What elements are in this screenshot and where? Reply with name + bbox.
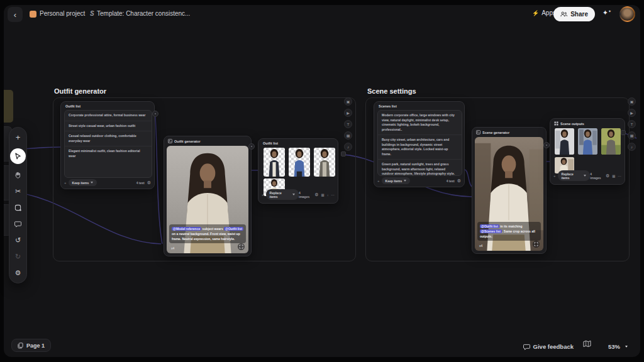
expand-icon[interactable] xyxy=(533,241,540,248)
generated-image[interactable]: @Model reference subject wears @Outfit l… xyxy=(167,146,248,253)
add-item-icon[interactable]: + xyxy=(377,179,380,183)
gear-icon: ⚙ xyxy=(15,269,21,277)
undo-button[interactable]: ↺ xyxy=(13,235,23,246)
cursor-icon xyxy=(14,153,21,160)
list-item[interactable]: Busy city street, urban architecture, ca… xyxy=(378,135,462,160)
comment-tool[interactable] xyxy=(13,219,23,229)
audio-node-icon[interactable]: ♪ xyxy=(344,143,352,151)
output-thumbnail[interactable] xyxy=(264,148,285,177)
grid-view-icon[interactable]: ▦ xyxy=(612,174,615,178)
frame-title-scene[interactable]: Scene settings xyxy=(367,87,416,95)
download-icon[interactable]: ↓ xyxy=(327,193,329,197)
grid-node-icon[interactable]: ▦ xyxy=(628,131,636,140)
apps-button[interactable]: ⚡ Apps xyxy=(532,9,556,16)
sparkle-glyph: ✦ xyxy=(608,9,611,13)
node-scene-outputs[interactable]: Scene outputs + Replace items xyxy=(550,118,625,185)
mention-pill[interactable]: @Scenes list xyxy=(480,229,502,233)
settings-button[interactable]: ⚙ xyxy=(13,268,23,278)
canvas[interactable]: Outfit generator Outfit list Corporate p… xyxy=(4,5,640,357)
generated-image[interactable]: @Outfit list in its matching @Scenes lis… xyxy=(475,137,543,251)
give-feedback-button[interactable]: Give feedback xyxy=(523,343,574,350)
add-node-button[interactable]: + xyxy=(13,132,23,143)
node-type-column: ▣ ▶ T ▦ ♪ xyxy=(628,97,636,151)
select-tool[interactable] xyxy=(10,148,26,164)
list-item[interactable]: Street style casual wear, urban fashion … xyxy=(65,121,152,132)
text-node-icon[interactable]: T xyxy=(628,120,636,128)
list-item[interactable]: Casual relaxed outdoor clothing, comfort… xyxy=(65,131,152,146)
gear-icon[interactable]: ⚙ xyxy=(314,192,318,197)
frame-title-outfit[interactable]: Outfit generator xyxy=(54,87,106,95)
back-button[interactable]: ‹ xyxy=(8,7,23,22)
minimap-toggle[interactable] xyxy=(583,339,591,350)
node-scenes-list[interactable]: Scenes list Modern corporate office, lar… xyxy=(374,101,465,187)
item-count: 4 text xyxy=(447,179,455,183)
output-thumbnail[interactable] xyxy=(601,128,621,155)
gear-icon[interactable]: ⚙ xyxy=(147,180,151,185)
list-item[interactable]: Green park, natural sunlight, trees and … xyxy=(378,160,462,176)
flow-icon: S xyxy=(90,10,94,17)
list-item[interactable]: Modern corporate office, large windows w… xyxy=(378,111,462,135)
gear-icon[interactable]: ⚙ xyxy=(606,173,609,178)
text-node-icon[interactable]: T xyxy=(344,120,352,128)
mention-pill[interactable]: @Outfit list xyxy=(224,227,243,231)
prompt-caption[interactable]: @Outfit list in its matching @Scenes lis… xyxy=(477,222,541,241)
connector-handle[interactable] xyxy=(621,130,626,135)
output-thumbnail[interactable] xyxy=(289,148,310,177)
page-selector[interactable]: Page 1 xyxy=(11,339,51,352)
zoom-control[interactable]: 53% xyxy=(608,343,628,350)
output-handle[interactable] xyxy=(543,142,550,148)
mention-pill[interactable]: @Outfit list xyxy=(480,224,499,228)
node-footer: + Keep items 4 text ⚙ xyxy=(374,177,464,184)
cut-tool[interactable]: ✂ xyxy=(13,186,23,197)
gear-icon[interactable]: ⚙ xyxy=(457,178,461,184)
list-item[interactable]: Elegant minimalist outfit, clean fashion… xyxy=(65,146,152,161)
grid-node-icon[interactable]: ▦ xyxy=(344,131,352,140)
sparkles-icon[interactable]: ✦✦ xyxy=(602,9,611,17)
image-icon xyxy=(476,130,480,134)
node-outfit-generator[interactable]: Outfit generator @Model reference subjec… xyxy=(164,136,252,256)
list-item[interactable]: Corporate professional attire, formal bu… xyxy=(65,111,152,121)
keep-items-dropdown[interactable]: Keep items xyxy=(69,179,97,186)
text-list: Modern corporate office, large windows w… xyxy=(377,110,462,176)
add-item-icon[interactable]: + xyxy=(262,193,264,197)
add-item-icon[interactable]: + xyxy=(553,174,556,178)
add-item-icon[interactable]: + xyxy=(64,181,67,185)
redo-button[interactable]: ↻ xyxy=(13,251,23,262)
output-handle[interactable] xyxy=(248,143,255,150)
node-outfit-outputs[interactable]: Outfit list + Replace items xyxy=(258,138,338,204)
output-thumbnail[interactable] xyxy=(314,148,335,177)
image-node-icon[interactable]: ▣ xyxy=(628,97,636,106)
expand-icon[interactable] xyxy=(238,243,245,250)
caption-text: in its matching xyxy=(499,224,523,228)
keep-items-dropdown[interactable]: Keep items xyxy=(382,177,411,184)
grid-view-icon[interactable]: ▦ xyxy=(321,193,325,197)
chevron-down-icon xyxy=(91,182,93,184)
node-title: Scene outputs xyxy=(560,122,584,126)
output-thumbnail[interactable] xyxy=(555,128,574,155)
node-header: Scene generator xyxy=(472,128,546,136)
pages-icon xyxy=(18,343,23,349)
output-thumbnail[interactable] xyxy=(578,128,597,155)
video-node-icon[interactable]: ▶ xyxy=(628,109,636,117)
page-title[interactable]: Template: Character consistenc... xyxy=(97,10,190,17)
more-icon[interactable]: ⋯ xyxy=(618,174,622,178)
more-icon[interactable]: ⋯ xyxy=(331,193,335,197)
connector-handle[interactable] xyxy=(341,151,346,156)
video-node-icon[interactable]: ▶ xyxy=(344,109,352,117)
replace-items-dropdown[interactable]: Replace items xyxy=(266,189,299,200)
replace-items-dropdown[interactable]: Replace items xyxy=(558,170,591,181)
avatar[interactable] xyxy=(619,6,635,22)
mention-pill[interactable]: @Model reference xyxy=(172,227,201,231)
audio-node-icon[interactable]: ♪ xyxy=(628,143,636,151)
pan-tool[interactable] xyxy=(13,170,23,180)
edge-node-olive[interactable] xyxy=(4,90,13,123)
shape-tool[interactable] xyxy=(13,202,23,213)
node-outfit-list[interactable]: Outfit list Corporate professional attir… xyxy=(60,101,155,189)
breadcrumb-project[interactable]: Personal project xyxy=(40,10,85,17)
node-scene-generator[interactable]: Scene generator @Outfit list in its matc… xyxy=(472,127,547,254)
share-button[interactable]: Share xyxy=(553,7,595,21)
image-node-icon[interactable]: ▣ xyxy=(344,97,352,106)
prompt-caption[interactable]: @Model reference subject wears @Outfit l… xyxy=(169,224,246,243)
grid-icon xyxy=(554,121,558,126)
output-handle[interactable] xyxy=(152,111,158,117)
